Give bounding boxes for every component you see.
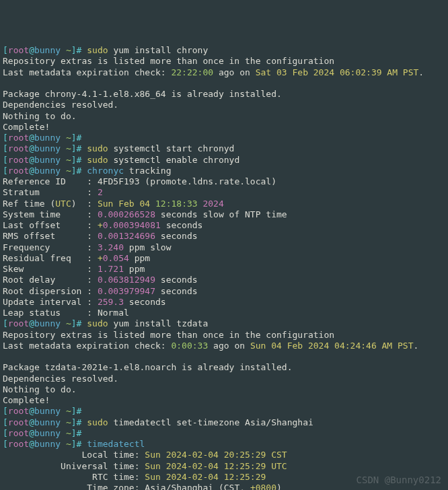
watermark: CSDN @Bunny0212 xyxy=(357,475,441,487)
cmd-chronyc: chronyc xyxy=(87,166,124,176)
cmd-enable-chronyd: systemctl enable chronyd xyxy=(113,155,239,165)
cmd-sudo: sudo xyxy=(87,45,108,55)
prompt: [root@bunny ~]# xyxy=(3,406,87,416)
prompt: [root@bunny ~]# xyxy=(3,428,87,438)
cmd-yum-tzdata: yum install tzdata xyxy=(113,318,208,328)
prompt: [root@bunny ~]# xyxy=(3,318,87,328)
prompt: [root@bunny ~]# xyxy=(3,439,87,449)
terminal-output: [root@bunny ~]# sudo yum install chrony … xyxy=(0,33,448,490)
prompt: [root@bunny ~]# xyxy=(3,155,87,165)
cmd-yum-chrony: yum install chrony xyxy=(113,45,208,55)
cmd-timedatectl: timedatectl xyxy=(87,439,145,449)
prompt: [root@bunny ~]# xyxy=(3,133,87,143)
line-repo: Repository extras is listed more than on… xyxy=(3,56,334,66)
prompt: [root@bunny ~]# xyxy=(3,143,87,153)
cmd-timedatectl-set: timedatectl set-timezone Asia/Shanghai xyxy=(113,417,313,427)
cmd-start-chronyd: systemctl start chronyd xyxy=(113,143,234,153)
prompt: [root@bunny ~]# xyxy=(3,417,87,427)
prompt: [root@bunny ~]# xyxy=(3,45,87,55)
prompt: [root@bunny ~]# xyxy=(3,166,87,176)
